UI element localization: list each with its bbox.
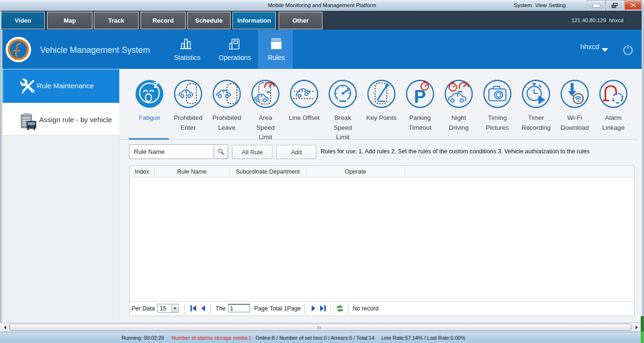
svg-text:Z: Z xyxy=(154,81,158,90)
